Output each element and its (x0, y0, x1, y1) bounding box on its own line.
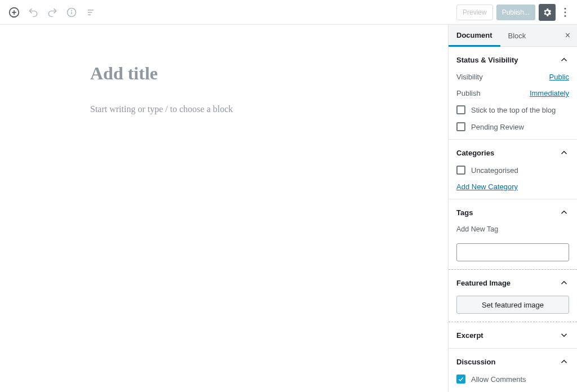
content-structure-button[interactable] (63, 4, 80, 21)
chevron-up-icon (559, 55, 569, 65)
panel-status-title: Status & Visibility (456, 56, 518, 64)
pending-review-checkbox[interactable]: Pending Review (456, 122, 569, 131)
redo-button[interactable] (44, 4, 61, 21)
svg-point-11 (565, 15, 566, 16)
add-new-category-link[interactable]: Add New Category (456, 182, 569, 191)
panel-status-toggle[interactable]: Status & Visibility (456, 55, 569, 65)
panel-discussion-toggle[interactable]: Discussion (456, 357, 569, 367)
redo-icon (47, 7, 58, 18)
editor-inner: Add title Start writing or type / to cho… (90, 59, 425, 114)
undo-icon (28, 7, 39, 18)
panel-status-body: Visibility Public Publish Immediately St… (456, 73, 569, 131)
tab-document[interactable]: Document (449, 25, 500, 47)
toolbar-left-group (6, 4, 99, 21)
close-sidebar-button[interactable]: × (558, 30, 577, 41)
chevron-up-icon (559, 148, 569, 158)
svg-point-10 (565, 11, 566, 13)
settings-button[interactable] (539, 4, 556, 21)
stick-to-top-label: Stick to the top of the blog (471, 106, 556, 114)
visibility-row: Visibility Public (456, 73, 569, 81)
panel-status-visibility: Status & Visibility Visibility Public Pu… (449, 47, 577, 140)
publish-row: Publish Immediately (456, 89, 569, 97)
checkbox-checked-icon (456, 375, 465, 384)
chevron-up-icon (559, 278, 569, 288)
checkbox-unchecked-icon (456, 122, 465, 131)
block-navigation-button[interactable] (82, 4, 99, 21)
editor-body: Add title Start writing or type / to cho… (0, 25, 577, 392)
stick-to-top-checkbox[interactable]: Stick to the top of the blog (456, 105, 569, 114)
gear-icon (542, 7, 552, 17)
add-tag-label: Add New Tag (456, 225, 569, 233)
panel-tags-title: Tags (456, 208, 473, 217)
svg-point-5 (72, 10, 72, 11)
publish-button[interactable]: Publish... (496, 5, 535, 20)
panel-categories-toggle[interactable]: Categories (456, 148, 569, 158)
post-content-placeholder[interactable]: Start writing or type / to choose a bloc… (90, 104, 425, 114)
panel-excerpt-title: Excerpt (456, 331, 483, 340)
visibility-label: Visibility (456, 73, 483, 81)
editor-toolbar: Preview Publish... (0, 0, 577, 25)
toolbar-right-group: Preview Publish... (456, 4, 571, 21)
more-vertical-icon (559, 6, 571, 19)
undo-button[interactable] (25, 4, 42, 21)
pending-review-label: Pending Review (471, 123, 524, 131)
panel-tags-body: Add New Tag (456, 225, 569, 261)
checkbox-unchecked-icon (456, 105, 465, 114)
set-featured-image-button[interactable]: Set featured image (456, 296, 569, 314)
sidebar-tabs: Document Block × (449, 25, 577, 47)
panel-excerpt-toggle[interactable]: Excerpt (456, 330, 569, 340)
visibility-value-button[interactable]: Public (549, 73, 569, 81)
list-icon (85, 7, 96, 18)
panel-categories-title: Categories (456, 149, 494, 157)
panel-tags-toggle[interactable]: Tags (456, 207, 569, 217)
allow-comments-label: Allow Comments (471, 375, 526, 384)
editor-canvas[interactable]: Add title Start writing or type / to cho… (0, 25, 448, 392)
panel-featured-title: Featured Image (456, 279, 511, 287)
chevron-up-icon (559, 357, 569, 367)
post-title-input[interactable]: Add title (90, 59, 425, 88)
checkbox-unchecked-icon (456, 166, 465, 175)
category-uncategorised-checkbox[interactable]: Uncategorised (456, 166, 569, 175)
panel-tags: Tags Add New Tag (449, 199, 577, 270)
publish-value-button[interactable]: Immediately (530, 89, 569, 97)
chevron-up-icon (559, 207, 569, 217)
settings-sidebar: Document Block × Status & Visibility Vis… (448, 25, 577, 392)
add-block-button[interactable] (6, 4, 23, 21)
publish-label: Publish (456, 89, 481, 97)
more-options-button[interactable] (559, 4, 571, 21)
plus-circle-icon (8, 6, 20, 19)
category-uncategorised-label: Uncategorised (471, 166, 518, 175)
preview-button[interactable]: Preview (456, 5, 493, 20)
panel-featured-image: Featured Image Set featured image (449, 269, 577, 322)
info-icon (66, 7, 77, 18)
panel-discussion: Discussion Allow Comments Allow Pingback… (449, 349, 577, 392)
chevron-down-icon (559, 330, 569, 340)
panel-discussion-body: Allow Comments Allow Pingbacks & Trackba… (456, 375, 569, 392)
panel-featured-toggle[interactable]: Featured Image (456, 278, 569, 288)
tag-input[interactable] (456, 243, 569, 261)
panel-featured-body: Set featured image (456, 296, 569, 314)
panel-categories-body: Uncategorised Add New Category (456, 166, 569, 191)
panel-excerpt: Excerpt (449, 322, 577, 349)
tab-block[interactable]: Block (500, 25, 534, 46)
panel-categories: Categories Uncategorised Add New Categor… (449, 140, 577, 199)
panel-discussion-title: Discussion (456, 358, 495, 366)
allow-comments-checkbox[interactable]: Allow Comments (456, 375, 569, 384)
svg-point-9 (565, 8, 566, 10)
